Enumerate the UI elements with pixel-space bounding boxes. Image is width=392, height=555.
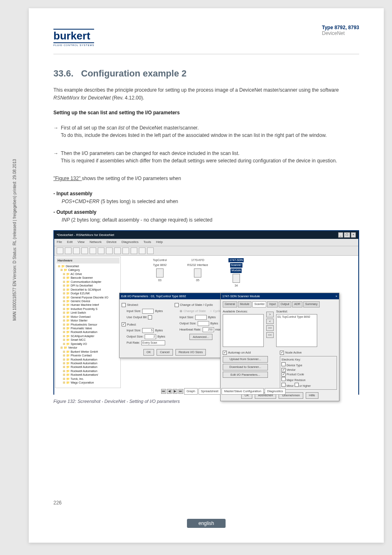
toolbar-button[interactable] xyxy=(106,247,113,254)
menu-tools[interactable]: Tools xyxy=(143,240,151,245)
tree-item[interactable]: 📁 AC Drive xyxy=(66,273,82,275)
tree-item[interactable]: 📁 Rockwell Automation xyxy=(66,331,97,333)
tree-item[interactable]: 📁 Communication Adapter xyxy=(66,280,101,283)
tab-output[interactable]: Output xyxy=(279,301,291,308)
toolbar-button[interactable] xyxy=(131,247,137,254)
tree-item[interactable]: 📁 Inductive Proximity S xyxy=(66,308,97,310)
cos-checkbox[interactable] xyxy=(175,303,179,307)
network-node[interactable]: TopControlType 869203 xyxy=(153,258,167,288)
last-tab-icon[interactable]: ⏭ xyxy=(178,389,183,394)
poll-rate-select[interactable]: Every Scan xyxy=(141,340,165,345)
tree-expand-icon[interactable]: ⊞ xyxy=(63,292,65,295)
download-button[interactable]: Download to Scanner... xyxy=(223,364,268,370)
tree-expand-icon[interactable]: ⊞ xyxy=(63,335,65,338)
tree-item[interactable]: 📁 DPI to DeviceNet xyxy=(66,284,93,287)
device-type-checkbox[interactable] xyxy=(281,362,286,366)
polled-checkbox[interactable]: ✓ xyxy=(122,322,126,326)
tree-item[interactable]: 📁 Vendor xyxy=(64,346,77,349)
tree-expand-icon[interactable]: ⊞ xyxy=(63,365,65,368)
tree-item[interactable]: 📁 Motor Overload xyxy=(66,315,90,318)
vendor-checkbox[interactable]: ✓ xyxy=(281,368,286,372)
tab-input[interactable]: Input xyxy=(267,301,278,308)
tree-item[interactable]: 📁 Smart MCC xyxy=(66,338,86,341)
tree-item[interactable]: 📁 Human Machine Interf xyxy=(66,303,99,306)
tree-item[interactable]: 📁 Rockwell Automation xyxy=(66,358,97,361)
cos-input-size[interactable] xyxy=(195,315,207,320)
edit-io-button[interactable]: Edit I/O Parameters... xyxy=(223,372,268,378)
input-size-field[interactable] xyxy=(142,309,154,314)
tree-expand-icon[interactable]: ⊞ xyxy=(63,308,65,310)
toolbar-button[interactable] xyxy=(73,247,80,254)
tree-item[interactable]: 📁 SCANport Adapter xyxy=(66,335,95,338)
close-icon[interactable]: × xyxy=(351,232,356,238)
figure-link[interactable]: "Figure 132" xyxy=(53,176,82,181)
tree-item[interactable]: 📁 Pneumatic Valve xyxy=(66,327,92,330)
toolbar-button[interactable] xyxy=(98,247,104,254)
tree-expand-icon[interactable]: ⊞ xyxy=(63,288,65,291)
tab-general[interactable]: General xyxy=(223,301,237,308)
menu-diagnostics[interactable]: Diagnostics xyxy=(122,240,138,245)
toolbar-button[interactable] xyxy=(114,247,121,254)
ok-button[interactable]: OK xyxy=(143,349,154,356)
restore-button[interactable]: Restore I/O Sizes xyxy=(175,349,206,356)
toolbar-button[interactable] xyxy=(147,247,154,254)
tree-expand-icon[interactable]: ⊞ xyxy=(63,319,65,322)
tab-scanlist[interactable]: Scanlist xyxy=(252,301,267,308)
minor-checkbox[interactable] xyxy=(281,383,286,387)
tree-item[interactable]: 📁 Rockwell Automation xyxy=(66,362,97,365)
tree-expand-icon[interactable]: ⊞ xyxy=(63,300,65,303)
menu-device[interactable]: Device xyxy=(106,240,116,245)
network-node[interactable]: 1747-SDNScannerModule34 xyxy=(228,258,244,288)
tree-expand-icon[interactable]: ⊞ xyxy=(60,268,63,271)
toolbar-button[interactable] xyxy=(90,247,96,254)
hilfe-button[interactable]: Hilfe xyxy=(306,392,318,399)
toolbar-button[interactable] xyxy=(122,247,129,254)
tab-master-slave[interactable]: Master/Slave Configuration xyxy=(221,388,263,395)
tree-item[interactable]: 📁 Rockwell Automation xyxy=(66,370,97,372)
tree-expand-icon[interactable]: ⊞ xyxy=(63,280,65,283)
first-tab-icon[interactable]: ⏮ xyxy=(161,389,166,394)
tab-diagnostics[interactable]: Diagnostics xyxy=(265,388,286,395)
network-node[interactable]: 1770-KFDRS232 Interface05 xyxy=(187,258,208,288)
polled-output-size[interactable]: 2 xyxy=(145,334,156,339)
tab-summary[interactable]: Summary xyxy=(303,301,320,308)
menu-file[interactable]: File xyxy=(57,240,62,245)
tree-item[interactable]: 📁 Rockwell Automation/ xyxy=(66,373,98,376)
or-higher-checkbox[interactable] xyxy=(295,383,299,387)
strobed-checkbox[interactable] xyxy=(122,303,126,307)
move-right-button[interactable]: > xyxy=(266,312,274,317)
cos-output-size[interactable] xyxy=(198,321,209,326)
tree-item[interactable]: 📁 General Purpose Discrete I/O xyxy=(66,296,108,299)
tree-expand-icon[interactable]: ⊞ xyxy=(63,284,65,287)
tree-item[interactable]: 📁 Wago Corporation xyxy=(66,381,94,384)
tree-item[interactable]: 📁 Turck, Inc. xyxy=(66,377,84,380)
close-icon[interactable]: × xyxy=(336,294,337,299)
tree-item[interactable]: 📁 Motor Starter xyxy=(66,319,88,322)
maximize-icon[interactable]: ▢ xyxy=(344,232,350,238)
major-rev-checkbox[interactable] xyxy=(281,377,286,381)
available-devices-list[interactable] xyxy=(223,314,264,347)
tree-item[interactable]: 📁 Specialty I/O xyxy=(66,342,87,345)
tree-item[interactable]: 📁 DeviceNet to SCANport xyxy=(66,288,101,291)
minimize-icon[interactable]: _ xyxy=(338,232,343,238)
tab-adr[interactable]: ADR xyxy=(292,301,302,308)
tree-item[interactable]: 📁 Phoenix Contact xyxy=(66,354,92,357)
node-active-checkbox[interactable]: ✓ xyxy=(280,351,284,355)
prev-tab-icon[interactable]: ◀ xyxy=(167,389,172,394)
scanlist-list[interactable]: 03, TopControl Type 8692 xyxy=(276,314,317,347)
tree-expand-icon[interactable]: ⊞ xyxy=(63,296,65,299)
tree-expand-icon[interactable]: ⊞ xyxy=(63,358,65,361)
tree-expand-icon[interactable]: ⊞ xyxy=(63,315,65,318)
tree-expand-icon[interactable]: ⊞ xyxy=(63,327,65,330)
menu-help[interactable]: Help xyxy=(156,240,163,245)
advanced-button[interactable]: Advanced... xyxy=(189,334,212,340)
toolbar-button[interactable] xyxy=(57,247,63,254)
tree-expand-icon[interactable]: ⊞ xyxy=(60,346,63,349)
menu-edit[interactable]: Edit xyxy=(67,240,73,245)
tree-item[interactable]: 📁 Photoelectric Sensor xyxy=(66,323,97,326)
automap-checkbox[interactable]: ✓ xyxy=(223,351,227,355)
tree-expand-icon[interactable]: ⊞ xyxy=(63,276,65,279)
tab-graph[interactable]: Graph xyxy=(184,388,198,395)
tree-expand-icon[interactable]: ⊞ xyxy=(63,338,65,341)
tree-expand-icon[interactable]: ⊞ xyxy=(63,311,65,314)
